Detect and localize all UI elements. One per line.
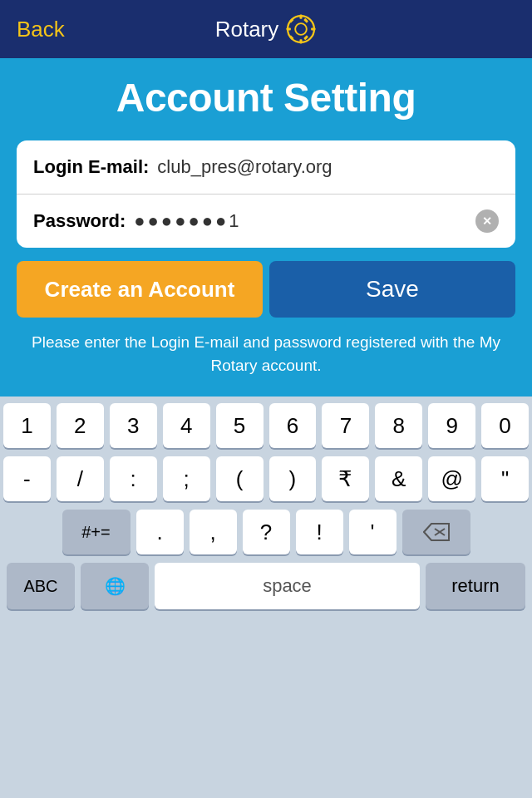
- key-quote[interactable]: ": [481, 456, 529, 501]
- key-close-paren[interactable]: ): [269, 456, 317, 501]
- key-3[interactable]: 3: [110, 403, 157, 448]
- key-period[interactable]: .: [136, 510, 184, 554]
- key-7[interactable]: 7: [322, 403, 369, 448]
- key-return[interactable]: return: [426, 563, 525, 609]
- delete-key[interactable]: [402, 510, 470, 554]
- delete-icon: [423, 523, 450, 541]
- key-comma[interactable]: ,: [190, 510, 237, 554]
- key-apostrophe[interactable]: ': [349, 510, 397, 554]
- password-label: Password:: [33, 210, 126, 232]
- key-slash[interactable]: /: [57, 456, 104, 501]
- key-6[interactable]: 6: [269, 403, 317, 448]
- keyboard-special-row: #+= . , ? ! ': [3, 510, 529, 554]
- back-button[interactable]: Back: [17, 17, 65, 42]
- keyboard-symbol-row: - / : ; ( ) ₹ & @ ": [3, 456, 529, 501]
- svg-rect-2: [300, 15, 303, 19]
- svg-rect-5: [311, 27, 315, 30]
- svg-rect-3: [300, 39, 303, 43]
- buttons-row: Create an Account Save: [17, 261, 515, 318]
- password-row: Password:: [17, 194, 515, 248]
- svg-rect-4: [287, 27, 291, 30]
- key-space[interactable]: space: [155, 563, 420, 609]
- create-account-button[interactable]: Create an Account: [17, 261, 263, 318]
- header: Back Rotary: [0, 0, 532, 58]
- key-hashplus[interactable]: #+=: [62, 510, 131, 554]
- page-title: Account Setting: [17, 75, 515, 121]
- key-8[interactable]: 8: [375, 403, 422, 448]
- hint-text: Please enter the Login E-mail and passwo…: [17, 331, 515, 377]
- header-logo: Rotary: [215, 13, 318, 45]
- key-5[interactable]: 5: [216, 403, 264, 448]
- rotary-gear-icon: [285, 13, 317, 45]
- key-abc[interactable]: ABC: [7, 563, 75, 609]
- key-2[interactable]: 2: [57, 403, 104, 448]
- key-exclaim[interactable]: !: [296, 510, 343, 554]
- key-1[interactable]: 1: [3, 403, 51, 448]
- key-colon[interactable]: :: [110, 456, 157, 501]
- save-button[interactable]: Save: [269, 261, 515, 318]
- key-9[interactable]: 9: [428, 403, 475, 448]
- email-row: Login E-mail:: [17, 140, 515, 194]
- logo-text: Rotary: [215, 17, 279, 42]
- email-input[interactable]: [157, 156, 499, 178]
- keyboard: 1 2 3 4 5 6 7 8 9 0 - / : ; ( ) ₹ & @ " …: [0, 397, 532, 609]
- password-input[interactable]: [134, 210, 475, 232]
- key-globe[interactable]: 🌐: [81, 563, 149, 609]
- key-question[interactable]: ?: [243, 510, 290, 554]
- content-area: Account Setting Login E-mail: Password: …: [0, 58, 532, 397]
- svg-point-1: [295, 23, 307, 35]
- svg-rect-9: [303, 35, 308, 40]
- svg-marker-10: [424, 524, 449, 540]
- key-minus[interactable]: -: [3, 456, 51, 501]
- key-rupee[interactable]: ₹: [322, 456, 369, 501]
- key-semicolon[interactable]: ;: [163, 456, 210, 501]
- key-0[interactable]: 0: [481, 403, 529, 448]
- email-label: Login E-mail:: [33, 156, 149, 178]
- clear-button[interactable]: [475, 209, 499, 233]
- key-ampersand[interactable]: &: [375, 456, 422, 501]
- key-at[interactable]: @: [428, 456, 475, 501]
- form-card: Login E-mail: Password:: [17, 140, 515, 248]
- keyboard-bottom-row: ABC 🌐 space return: [3, 563, 529, 609]
- keyboard-number-row: 1 2 3 4 5 6 7 8 9 0: [3, 403, 529, 448]
- key-4[interactable]: 4: [163, 403, 210, 448]
- key-open-paren[interactable]: (: [216, 456, 264, 501]
- svg-rect-7: [303, 18, 308, 23]
